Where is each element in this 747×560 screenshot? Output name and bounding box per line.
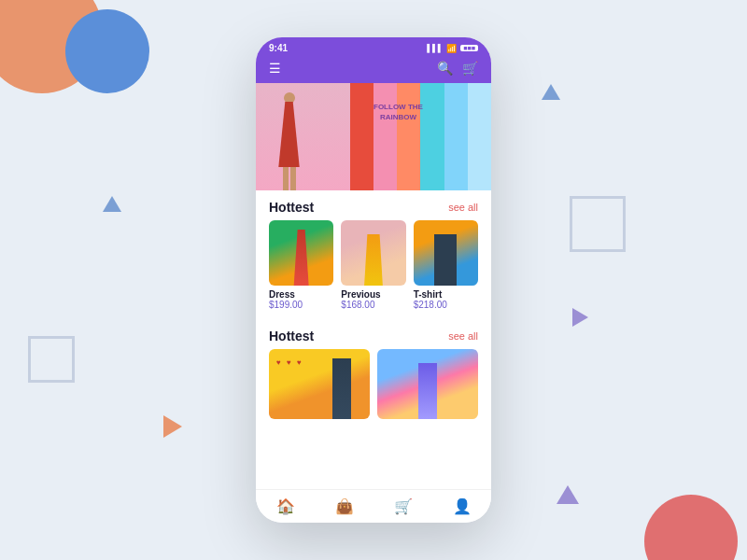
stripe-blue [444,83,468,190]
product-image-wide-1 [269,349,370,419]
stripe-teal [420,83,444,190]
stripe-lblue [468,83,491,190]
product-card-tshirt[interactable]: T-shirt $218.00 [414,220,478,310]
signal-icon: ▌▌▌ [427,44,443,52]
product-card-wide-2[interactable] [377,349,478,419]
product-name-tshirt: T-shirt [414,289,478,300]
status-icons: ▌▌▌ 📶 ■■■ [427,44,478,53]
nav-bar: ☰ 🔍 🛒 [256,57,491,83]
product-row-1: Dress $199.00 Previous $168.00 T-shirt $… [256,220,491,319]
nav-item-shop[interactable]: 👜 [315,497,374,515]
search-icon[interactable]: 🔍 [437,61,453,76]
section-title-2: Hottest [269,329,314,343]
bg-square-right [570,196,626,252]
figure-legs [283,167,296,190]
battery-icon: ■■■ [460,45,478,51]
menu-icon[interactable]: ☰ [269,61,281,76]
hero-banner: FOLLOW THE RAINBOW [256,83,491,190]
product-image-wide-2 [377,349,478,419]
bg-circle-blue [65,9,149,93]
figure-dress [276,102,303,167]
product-name-dress: Dress [269,289,333,300]
hero-model-figure [263,92,315,190]
leg-right [290,167,296,190]
nav-item-cart[interactable]: 🛒 [374,497,432,515]
product-price-tshirt: $218.00 [414,300,478,310]
bg-triangle-right-bottom [557,485,579,504]
product-name-previous: Previous [341,289,405,300]
see-all-1[interactable]: see all [448,202,478,213]
section-title-1: Hottest [269,200,314,215]
content-area: Hottest see all Dress $199.00 Previous $… [256,190,491,489]
content-padding [256,428,491,438]
stripe-red [350,83,374,190]
section-header-1: Hottest see all [256,190,491,220]
section-header-2: Hottest see all [256,319,491,349]
product-card-previous[interactable]: Previous $168.00 [341,220,405,310]
product-image-dress [269,220,333,286]
phone-frame: 9:41 ▌▌▌ 📶 ■■■ ☰ 🔍 🛒 [256,37,491,523]
nav-right-icons: 🔍 🛒 [437,61,478,76]
profile-icon: 👤 [453,497,472,515]
bg-triangle-right-mid [572,308,588,327]
hero-stripes [350,83,491,190]
bg-circle-orange [0,0,103,93]
bg-triangle-left-bottom [163,415,182,438]
product-card-wide-1[interactable] [269,349,370,419]
bg-triangle-top [542,84,560,100]
bottom-nav: 🏠 👜 🛒 👤 [256,489,491,523]
product-price-dress: $199.00 [269,300,333,310]
product-image-tshirt [414,220,478,286]
bg-square-left [28,336,75,383]
cart-nav-icon: 🛒 [394,497,413,515]
see-all-2[interactable]: see all [448,330,478,342]
product-price-previous: $168.00 [341,300,405,310]
product-card-dress[interactable]: Dress $199.00 [269,220,333,310]
status-time: 9:41 [269,43,288,53]
stripe-pink [374,83,397,190]
hero-text-line2: RAINBOW [374,112,423,122]
home-icon: 🏠 [276,497,295,515]
status-bar: 9:41 ▌▌▌ 📶 ■■■ [256,37,491,57]
bg-circle-right-bottom [644,495,738,560]
hero-text-line1: FOLLOW THE [374,102,423,112]
leg-left [283,167,289,190]
cart-icon[interactable]: 🛒 [462,61,478,76]
hero-text: FOLLOW THE RAINBOW [374,102,423,122]
product-image-previous [341,220,405,286]
stripe-orange [397,83,420,190]
nav-item-home[interactable]: 🏠 [256,497,315,515]
nav-item-profile[interactable]: 👤 [432,497,491,515]
shop-icon: 👜 [335,497,354,515]
bg-triangle-mid-left [103,196,121,212]
wifi-icon: 📶 [446,44,457,53]
product-row-2 [256,349,491,428]
